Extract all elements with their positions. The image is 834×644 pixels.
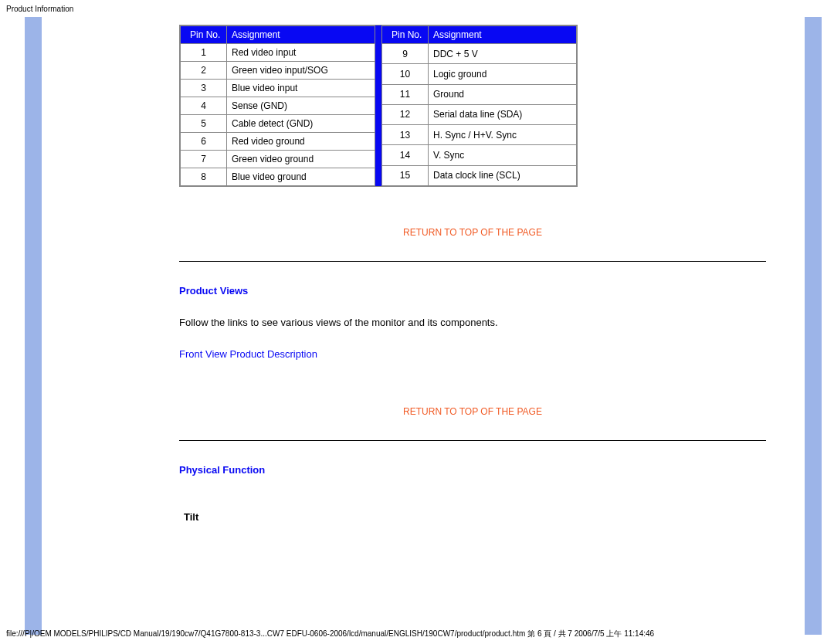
decorative-bar-left bbox=[25, 17, 42, 635]
assign-cell: Red video input bbox=[227, 44, 375, 62]
pin-cell: 9 bbox=[381, 44, 428, 64]
footer-path: file:///P|/OEM MODELS/PHILIPS/CD Manual/… bbox=[6, 629, 654, 639]
col-pin: Pin No. bbox=[181, 26, 227, 44]
pin-cell: 1 bbox=[181, 44, 227, 62]
pin-cell: 5 bbox=[181, 115, 227, 133]
table-row: 11Ground bbox=[381, 84, 576, 104]
table-row: 3Blue video input bbox=[181, 80, 375, 97]
table-row: 5Cable detect (GND) bbox=[181, 115, 375, 133]
pin-assignment-tables: Pin No. Assignment 1Red video input 2Gre… bbox=[179, 25, 578, 187]
pin-cell: 8 bbox=[181, 168, 227, 186]
separator bbox=[179, 440, 766, 441]
pin-cell: 10 bbox=[381, 64, 428, 84]
assign-cell: Logic ground bbox=[428, 64, 576, 84]
return-to-top-link[interactable]: RETURN TO TOP OF THE PAGE bbox=[179, 227, 766, 238]
table-row: 4Sense (GND) bbox=[181, 97, 375, 115]
table-row: 8Blue video ground bbox=[181, 168, 375, 186]
col-assign: Assignment bbox=[428, 26, 576, 44]
table-row: 9DDC + 5 V bbox=[381, 44, 576, 64]
pin-table-left: Pin No. Assignment 1Red video input 2Gre… bbox=[180, 25, 375, 186]
col-assign: Assignment bbox=[227, 26, 375, 44]
table-row: 7Green video ground bbox=[181, 151, 375, 168]
pin-table-right: Pin No. Assignment 9DDC + 5 V 10Logic gr… bbox=[381, 25, 577, 186]
table-row: 13H. Sync / H+V. Sync bbox=[381, 125, 576, 145]
col-pin: Pin No. bbox=[381, 26, 428, 44]
assign-cell: Serial data line (SDA) bbox=[428, 104, 576, 124]
table-row: 15Data clock line (SCL) bbox=[381, 165, 576, 185]
front-view-link[interactable]: Front View Product Description bbox=[179, 348, 317, 360]
pin-cell: 4 bbox=[181, 97, 227, 115]
assign-cell: Blue video ground bbox=[227, 168, 375, 186]
physical-function-heading: Physical Function bbox=[179, 464, 781, 476]
assign-cell: DDC + 5 V bbox=[428, 44, 576, 64]
assign-cell: Blue video input bbox=[227, 80, 375, 97]
pin-cell: 3 bbox=[181, 80, 227, 97]
table-row: 14V. Sync bbox=[381, 145, 576, 165]
product-views-body: Follow the links to see various views of… bbox=[179, 317, 781, 328]
table-row: 6Red video ground bbox=[181, 133, 375, 151]
pin-cell: 14 bbox=[381, 145, 428, 165]
assign-cell: Ground bbox=[428, 84, 576, 104]
table-row: 12Serial data line (SDA) bbox=[381, 104, 576, 124]
assign-cell: Green video ground bbox=[227, 151, 375, 168]
table-row: 1Red video input bbox=[181, 44, 375, 62]
assign-cell: V. Sync bbox=[428, 145, 576, 165]
pin-cell: 15 bbox=[381, 165, 428, 185]
product-views-heading: Product Views bbox=[179, 285, 781, 297]
pin-cell: 12 bbox=[381, 104, 428, 124]
tilt-heading: Tilt bbox=[184, 511, 781, 523]
assign-cell: Red video ground bbox=[227, 133, 375, 151]
assign-cell: Cable detect (GND) bbox=[227, 115, 375, 133]
decorative-bar-right bbox=[805, 17, 822, 635]
assign-cell: Sense (GND) bbox=[227, 97, 375, 115]
return-to-top-link[interactable]: RETURN TO TOP OF THE PAGE bbox=[179, 406, 766, 417]
separator bbox=[179, 261, 766, 262]
assign-cell: Data clock line (SCL) bbox=[428, 165, 576, 185]
pin-cell: 13 bbox=[381, 125, 428, 145]
assign-cell: Green video input/SOG bbox=[227, 62, 375, 80]
pin-cell: 7 bbox=[181, 151, 227, 168]
pin-cell: 6 bbox=[181, 133, 227, 151]
table-row: 2Green video input/SOG bbox=[181, 62, 375, 80]
pin-cell: 2 bbox=[181, 62, 227, 80]
pin-cell: 11 bbox=[381, 84, 428, 104]
page-header-label: Product Information bbox=[6, 5, 73, 13]
table-row: 10Logic ground bbox=[381, 64, 576, 84]
assign-cell: H. Sync / H+V. Sync bbox=[428, 125, 576, 145]
table-divider bbox=[375, 25, 381, 186]
